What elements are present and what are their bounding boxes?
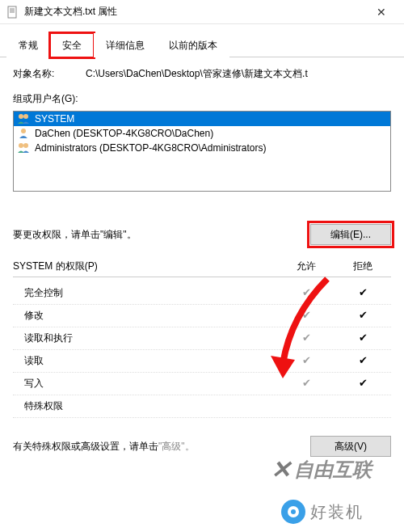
perm-header: SYSTEM 的权限(P) 允许 拒绝 — [13, 260, 391, 277]
check-icon: ✔ — [278, 331, 335, 345]
file-icon — [6, 6, 19, 19]
advanced-gray: "高级"。 — [158, 441, 195, 452]
list-item-label: DaChen (DESKTOP-4KG8CRO\DaChen) — [35, 128, 213, 139]
object-row: 对象名称: C:\Users\DaChen\Desktop\管家速修\新建文本文… — [13, 67, 391, 81]
perm-name: 完全控制 — [24, 286, 278, 300]
tab-details[interactable]: 详细信息 — [94, 33, 157, 57]
svg-point-5 — [23, 114, 28, 119]
svg-point-8 — [23, 143, 28, 148]
perm-name: 读取和执行 — [24, 331, 278, 345]
edit-button[interactable]: 编辑(E)... — [310, 224, 391, 245]
watermark-brand1: ✕ 自由互联 — [271, 455, 372, 483]
user-icon — [17, 128, 32, 139]
list-item-admins[interactable]: Administrators (DESKTOP-4KG8CRO\Administ… — [14, 141, 390, 155]
tab-general[interactable]: 常规 — [6, 33, 50, 57]
content-pane: 对象名称: C:\Users\DaChen\Desktop\管家速修\新建文本文… — [0, 57, 404, 467]
check-icon: ✔ — [278, 309, 335, 323]
x-icon: ✕ — [271, 455, 291, 483]
svg-point-7 — [19, 143, 23, 148]
eye-icon — [281, 500, 305, 524]
tab-security[interactable]: 安全 — [50, 33, 94, 57]
check-icon: ✔ — [335, 354, 391, 368]
object-label: 对象名称: — [13, 67, 86, 81]
advanced-button[interactable]: 高级(V) — [310, 436, 391, 457]
perm-title: SYSTEM 的权限(P) — [13, 260, 278, 273]
tabstrip: 常规 安全 详细信息 以前的版本 — [0, 24, 404, 57]
list-item-label: SYSTEM — [35, 113, 74, 125]
watermark-text: 好装机 — [310, 501, 364, 523]
svg-point-6 — [21, 129, 26, 133]
perm-name: 读取 — [24, 354, 278, 368]
check-icon: ✔ — [335, 331, 391, 345]
window-title: 新建文本文档.txt 属性 — [24, 5, 365, 19]
advanced-prefix: 有关特殊权限或高级设置，请单击 — [13, 441, 158, 452]
edit-row: 要更改权限，请单击"编辑"。 编辑(E)... — [13, 224, 391, 245]
advanced-row: 有关特殊权限或高级设置，请单击"高级"。 高级(V) — [13, 436, 391, 457]
perm-name: 特殊权限 — [24, 399, 278, 413]
perm-row: 写入 ✔ ✔ — [13, 373, 391, 395]
perm-name: 写入 — [24, 377, 278, 391]
check-icon: ✔ — [335, 309, 391, 323]
advanced-label: 有关特殊权限或高级设置，请单击"高级"。 — [13, 440, 310, 454]
check-icon: ✔ — [335, 377, 391, 391]
perm-rows: 完全控制 ✔ ✔ 修改 ✔ ✔ 读取和执行 ✔ ✔ 读取 ✔ ✔ 写入 ✔ ✔ … — [13, 282, 391, 418]
users-icon — [17, 113, 32, 125]
perm-row: 读取 ✔ ✔ — [13, 350, 391, 373]
object-path: C:\Users\DaChen\Desktop\管家速修\新建文本文档.t — [86, 67, 391, 81]
check-icon: ✔ — [278, 354, 335, 368]
watermark-brand2: 好装机 — [281, 500, 364, 524]
check-icon: ✔ — [335, 286, 391, 300]
edit-label: 要更改权限，请单击"编辑"。 — [13, 228, 310, 242]
close-icon: ✕ — [377, 6, 386, 19]
perm-row: 完全控制 ✔ ✔ — [13, 282, 391, 305]
perm-row: 特殊权限 — [13, 395, 391, 418]
users-listbox[interactable]: SYSTEM DaChen (DESKTOP-4KG8CRO\DaChen) A… — [13, 111, 391, 192]
check-icon: ✔ — [278, 286, 335, 300]
groups-label: 组或用户名(G): — [13, 92, 391, 106]
perm-row: 读取和执行 ✔ ✔ — [13, 327, 391, 350]
empty-check — [278, 399, 335, 413]
tab-previous[interactable]: 以前的版本 — [157, 33, 229, 57]
watermark-text: 自由互联 — [294, 457, 372, 483]
perm-row: 修改 ✔ ✔ — [13, 305, 391, 327]
users-icon — [17, 142, 32, 154]
list-item-dachen[interactable]: DaChen (DESKTOP-4KG8CRO\DaChen) — [14, 126, 390, 141]
svg-point-4 — [19, 114, 23, 119]
empty-check — [335, 399, 391, 413]
check-icon: ✔ — [278, 377, 335, 391]
perm-deny-header: 拒绝 — [335, 260, 391, 273]
titlebar: 新建文本文档.txt 属性 ✕ — [0, 0, 404, 24]
list-item-label: Administrators (DESKTOP-4KG8CRO\Administ… — [35, 142, 267, 154]
list-item-system[interactable]: SYSTEM — [14, 112, 390, 126]
perm-name: 修改 — [24, 309, 278, 323]
close-button[interactable]: ✕ — [365, 1, 398, 23]
perm-allow-header: 允许 — [278, 260, 335, 273]
